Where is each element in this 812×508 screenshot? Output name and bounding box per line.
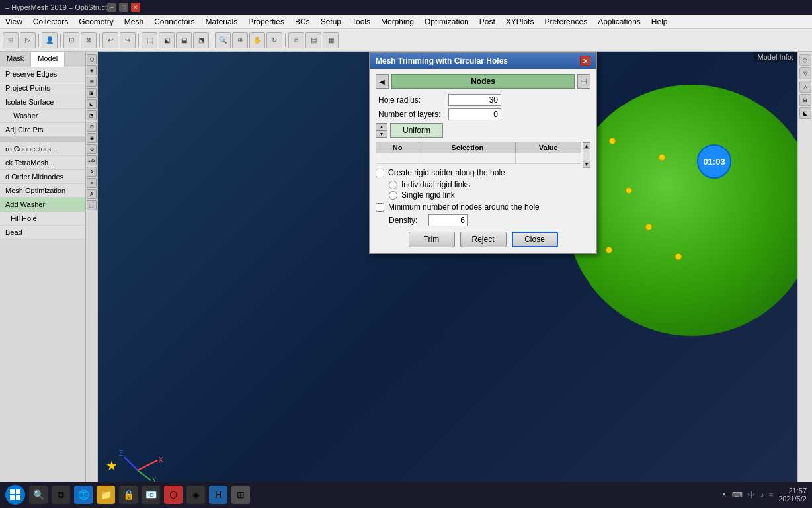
left-menu-washer[interactable]: Washer: [0, 109, 85, 123]
menu-connectors[interactable]: Connectors: [149, 16, 200, 28]
task-view-button[interactable]: ⧉: [52, 486, 70, 504]
menu-tools[interactable]: Tools: [346, 16, 376, 28]
tb-zoom-fit[interactable]: ⊕: [232, 32, 248, 48]
left-menu-connectors[interactable]: ro Connectors...: [0, 142, 85, 156]
menu-morphing[interactable]: Morphing: [376, 16, 419, 28]
scroll-up-arrow[interactable]: ▲: [583, 142, 590, 149]
ls-icon-3[interactable]: ⊞: [87, 77, 97, 87]
tb-btn-2[interactable]: ▷: [20, 32, 36, 48]
rs-icon-5[interactable]: ⬕: [799, 107, 811, 119]
uniform-input[interactable]: [390, 123, 443, 138]
menu-help[interactable]: Help: [646, 16, 673, 28]
search-taskbar-button[interactable]: 🔍: [29, 486, 48, 504]
tb-select3[interactable]: ⬓: [176, 32, 192, 48]
security-icon[interactable]: 🔒: [119, 486, 138, 504]
ls-icon-1[interactable]: ⬡: [87, 54, 97, 64]
rs-icon-2[interactable]: ▽: [799, 67, 811, 79]
min-nodes-checkbox[interactable]: [376, 203, 384, 212]
menu-collectors[interactable]: Collectors: [28, 16, 73, 28]
tb-undo[interactable]: ↩: [102, 32, 118, 48]
left-menu-preserve-edges[interactable]: Preserve Edges: [0, 67, 85, 81]
nodes-arrow-left[interactable]: ◀: [376, 74, 389, 89]
menu-view[interactable]: View: [0, 16, 28, 28]
tb-btn-1[interactable]: ⊞: [3, 32, 19, 48]
menu-xyplots[interactable]: XYPlots: [501, 16, 540, 28]
left-menu-project-points[interactable]: Project Points: [0, 81, 85, 95]
tab-mask[interactable]: Mask: [0, 52, 31, 67]
maximize-button[interactable]: □: [119, 3, 128, 12]
ls-icon-9[interactable]: ⚙: [87, 144, 97, 154]
tb-btn-5[interactable]: ⊠: [81, 32, 97, 48]
reject-button[interactable]: Reject: [460, 232, 507, 247]
tb-select[interactable]: ⬚: [142, 32, 157, 48]
tb-rotate[interactable]: ↻: [266, 32, 282, 48]
rs-icon-4[interactable]: ⊞: [799, 94, 811, 106]
app-icon-1[interactable]: 📧: [142, 486, 160, 504]
close-button[interactable]: Close: [512, 232, 558, 247]
explorer-icon[interactable]: 📁: [97, 486, 115, 504]
tb-view-front[interactable]: ▦: [323, 32, 339, 48]
menu-preferences[interactable]: Preferences: [539, 16, 592, 28]
tb-view-iso[interactable]: ⧈: [288, 32, 304, 48]
num-layers-input[interactable]: [448, 108, 501, 120]
ls-icon-7[interactable]: ⊡: [87, 122, 97, 132]
hole-radius-input[interactable]: [448, 94, 501, 106]
tb-pan[interactable]: ✋: [249, 32, 265, 48]
menu-bcs[interactable]: BCs: [290, 16, 315, 28]
tb-zoom-in[interactable]: 🔍: [215, 32, 231, 48]
start-button[interactable]: [5, 485, 25, 505]
ls-icon-12[interactable]: ≡: [87, 178, 97, 188]
rs-icon-1[interactable]: ⬡: [799, 54, 811, 66]
left-menu-adj-circ-pts[interactable]: Adj Circ Pts: [0, 123, 85, 137]
tb-select2[interactable]: ⬕: [159, 32, 175, 48]
close-window-button[interactable]: ✕: [131, 3, 140, 12]
app-icon-2[interactable]: ⬡: [164, 486, 183, 504]
nodes-input[interactable]: [391, 74, 575, 89]
left-menu-fill-hole[interactable]: Fill Hole: [0, 212, 85, 226]
minimize-button[interactable]: –: [107, 3, 116, 12]
tb-btn-3[interactable]: 👤: [42, 32, 58, 48]
ls-icon-2[interactable]: ◈: [87, 65, 97, 75]
hypermesh-icon[interactable]: H: [209, 486, 227, 504]
menu-properties[interactable]: Properties: [243, 16, 290, 28]
uniform-down-arrow[interactable]: ▼: [376, 130, 387, 138]
individual-rigid-radio[interactable]: [389, 181, 397, 189]
tb-redo[interactable]: ↪: [120, 32, 136, 48]
menu-post[interactable]: Post: [474, 16, 501, 28]
tb-btn-4[interactable]: ⊡: [63, 32, 79, 48]
left-menu-isolate-surface[interactable]: Isolate Surface: [0, 95, 85, 109]
density-input[interactable]: [428, 214, 468, 226]
menu-optimization[interactable]: Optimization: [419, 16, 474, 28]
menu-mesh[interactable]: Mesh: [119, 16, 149, 28]
trim-button[interactable]: Trim: [409, 232, 455, 247]
tb-view-top[interactable]: ▤: [305, 32, 321, 48]
table-scrollbar[interactable]: ▲ ▼: [583, 142, 590, 168]
left-menu-bead[interactable]: Bead: [0, 226, 85, 239]
left-menu-tetramesh[interactable]: ck TetraMesh...: [0, 156, 85, 170]
menu-geometry[interactable]: Geometry: [73, 16, 119, 28]
dialog-close-button[interactable]: ✕: [580, 56, 590, 66]
ls-icon-5[interactable]: ⬕: [87, 99, 97, 109]
scroll-down-arrow[interactable]: ▼: [583, 161, 590, 167]
uniform-up-arrow[interactable]: ▲: [376, 123, 387, 130]
menu-materials[interactable]: Materials: [200, 16, 243, 28]
app-icon-4[interactable]: ⊞: [231, 486, 250, 504]
ls-icon-11[interactable]: A: [87, 167, 97, 177]
tb-select4[interactable]: ⬔: [193, 32, 209, 48]
ls-icon-6[interactable]: ⬔: [87, 110, 97, 120]
left-menu-mesh-opt[interactable]: Mesh Optimization: [0, 184, 85, 198]
edge-browser-icon[interactable]: 🌐: [74, 486, 93, 504]
ls-icon-4[interactable]: ▣: [87, 88, 97, 98]
menu-setup[interactable]: Setup: [315, 16, 346, 28]
ls-icon-10[interactable]: 123: [87, 155, 97, 165]
app-icon-3[interactable]: ◈: [186, 486, 205, 504]
bookmark-button[interactable]: ⊣: [577, 74, 590, 89]
create-rigid-checkbox[interactable]: [376, 169, 384, 177]
menu-applications[interactable]: Applications: [592, 16, 646, 28]
viewport[interactable]: Model Info: X Y Z 01:03 ★ 60 Mes: [98, 52, 797, 493]
left-menu-add-washer[interactable]: Add Washer: [0, 198, 85, 212]
ls-icon-8[interactable]: ◉: [87, 133, 97, 143]
star-icon[interactable]: ★: [106, 458, 118, 474]
single-rigid-radio[interactable]: [389, 191, 397, 200]
ls-icon-14[interactable]: ⬚: [87, 200, 97, 210]
